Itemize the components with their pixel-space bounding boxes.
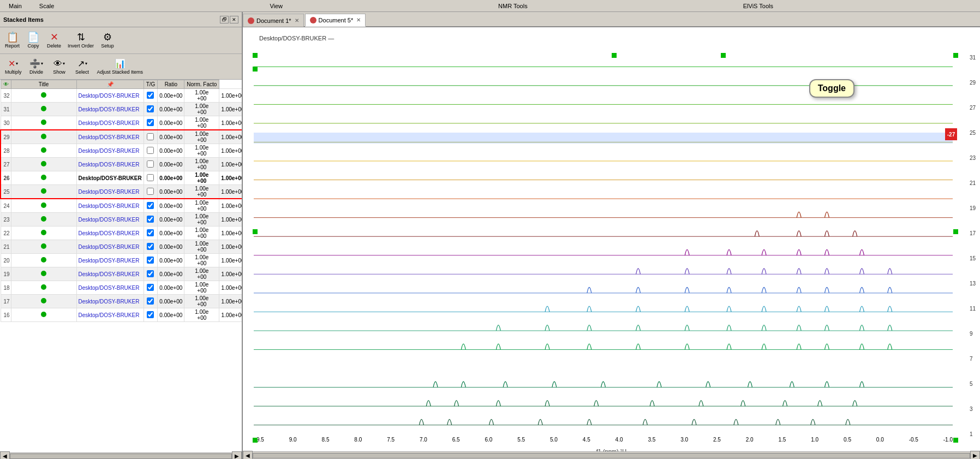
row-checkbox-cell[interactable] [144,267,158,281]
row-checkbox[interactable] [147,243,154,250]
menu-scale[interactable]: Scale [31,2,63,10]
copy-button[interactable]: 📄 Copy [23,28,43,52]
row-checkbox-cell[interactable] [144,158,158,171]
row-checkbox-cell[interactable] [144,281,158,295]
row-title[interactable]: Desktop/DOSY-BRUKER [76,281,144,295]
menu-elvis-tools[interactable]: ElViS Tools [734,2,782,10]
tab-doc5-close[interactable]: ✕ [356,17,361,23]
scroll-left-btn[interactable]: ◀ [0,451,10,460]
row-checkbox[interactable] [147,105,154,112]
scroll-chart-right[interactable]: ▶ [970,451,980,460]
row-title[interactable]: Desktop/DOSY-BRUKER [76,240,144,254]
scroll-chart-left[interactable]: ◀ [243,451,253,460]
row-checkbox-cell[interactable] [144,213,158,226]
row-title[interactable]: Desktop/DOSY-BRUKER [76,295,144,308]
row-checkbox[interactable] [147,284,154,291]
row-checkbox[interactable] [147,311,154,318]
row-title[interactable]: Desktop/DOSY-BRUKER [76,130,144,144]
adjust-button[interactable]: 📊 Adjust Stacked Items [94,55,146,78]
divide-button[interactable]: ➗▾ Divide [26,55,47,78]
row-title[interactable]: Desktop/DOSY-BRUKER [76,185,144,199]
row-checkbox-cell[interactable] [144,240,158,254]
row-checkbox[interactable] [147,133,154,140]
row-title[interactable]: Desktop/DOSY-BRUKER [76,158,144,171]
row-checkbox-cell[interactable] [144,89,158,103]
y-axis-label: 25 [970,130,976,136]
row-checkbox[interactable] [147,188,154,195]
row-title[interactable]: Desktop/DOSY-BRUKER [76,171,144,185]
bottom-scrollbar[interactable]: ◀ ▶ [243,451,980,459]
row-checkbox-cell[interactable] [144,254,158,267]
row-title[interactable]: Desktop/DOSY-BRUKER [76,89,144,103]
row-checkbox-cell[interactable] [144,144,158,158]
tab-doc1-close[interactable]: ✕ [295,17,299,23]
row-checkbox[interactable] [147,229,154,236]
row-color-indicator [11,144,76,158]
anchor-mid-right [953,229,958,234]
multiply-button[interactable]: ✕▾ Multiply [2,55,25,78]
row-title[interactable]: Desktop/DOSY-BRUKER [76,213,144,226]
tab-document5[interactable]: Document 5* ✕ [305,14,366,27]
row-tg: 0.00e+00 [158,199,184,213]
row-title[interactable]: Desktop/DOSY-BRUKER [76,116,144,130]
row-checkbox-cell[interactable] [144,171,158,185]
delete-button[interactable]: ✕ Delete [44,28,64,52]
row-number: 24 [1,199,11,213]
row-checkbox-cell[interactable] [144,308,158,322]
table-scrollbar[interactable]: ◀ ▶ [0,452,242,459]
anchor-top-center1 [612,53,617,58]
row-checkbox-cell[interactable] [144,103,158,116]
report-button[interactable]: 📋 Report [2,28,22,52]
report-icon: 📋 [7,32,19,42]
row-tg: 0.00e+00 [158,103,184,116]
adjust-label: Adjust Stacked Items [97,69,144,75]
show-button[interactable]: 👁▾ Show [49,55,70,78]
row-title[interactable]: Desktop/DOSY-BRUKER [76,144,144,158]
row-title[interactable]: Desktop/DOSY-BRUKER [76,199,144,213]
invert-order-button[interactable]: ⇅ Invert Order [65,28,97,52]
row-color-indicator [11,199,76,213]
y-axis-label: 19 [970,205,976,211]
row-checkbox-cell[interactable] [144,130,158,144]
row-checkbox-cell[interactable] [144,295,158,308]
row-checkbox[interactable] [147,174,154,181]
panel-close-btn[interactable]: ✕ [230,16,238,23]
row-title[interactable]: Desktop/DOSY-BRUKER [76,254,144,267]
setup-button[interactable]: ⚙ Setup [98,28,117,52]
menu-view[interactable]: View [261,2,291,10]
row-checkbox[interactable] [147,257,154,264]
table-row: 18Desktop/DOSY-BRUKER0.00e+001.00e+001.0… [1,281,242,295]
row-checkbox[interactable] [147,119,154,126]
row-title[interactable]: Desktop/DOSY-BRUKER [76,308,144,322]
select-button[interactable]: ↗▾ Select [71,55,93,78]
row-number: 19 [1,267,11,281]
row-checkbox-cell[interactable] [144,199,158,213]
toggle-bubble[interactable]: Toggle [809,79,854,98]
anchor-bot-left [253,438,258,443]
row-title[interactable]: Desktop/DOSY-BRUKER [76,267,144,281]
row-title[interactable]: Desktop/DOSY-BRUKER [76,103,144,116]
row-checkbox[interactable] [147,202,154,209]
row-norm-factor: 1.00e+00 [219,199,242,213]
table-container[interactable]: 👁 Title 📌 T/G Ratio Norm. Facto 32Deskto… [0,80,242,452]
row-checkbox[interactable] [147,297,154,305]
row-checkbox[interactable] [147,216,154,223]
menu-nmr-tools[interactable]: NMR Tools [489,2,536,10]
row-title[interactable]: Desktop/DOSY-BRUKER [76,226,144,240]
row-checkbox[interactable] [147,160,154,168]
panel-title-bar: Stacked Items 🗗 ✕ [0,12,242,27]
tab-document1[interactable]: Document 1* ✕ [243,14,304,27]
scroll-right-btn[interactable]: ▶ [232,451,242,460]
row-checkbox[interactable] [147,92,154,99]
menu-main[interactable]: Main [0,2,31,10]
panel-restore-btn[interactable]: 🗗 [220,16,229,23]
row-checkbox[interactable] [147,270,154,277]
row-checkbox-cell[interactable] [144,226,158,240]
row-checkbox-cell[interactable] [144,116,158,130]
row-checkbox-cell[interactable] [144,185,158,199]
y-axis-label: 13 [970,281,976,287]
row-tg: 0.00e+00 [158,254,184,267]
row-ratio: 1.00e+00 [184,171,219,185]
row-norm-factor: 1.00e+00 [219,144,242,158]
row-checkbox[interactable] [147,147,154,154]
